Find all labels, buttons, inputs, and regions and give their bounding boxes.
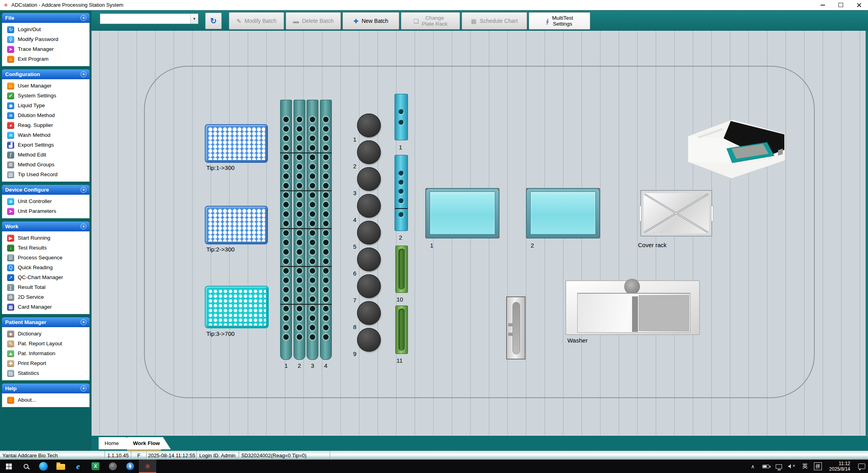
delete-batch-button[interactable]: ▬Delete Batch (286, 12, 341, 30)
sidebar-item-result-total[interactable]: ∑Result Total (2, 282, 89, 292)
strip-rack-2[interactable] (395, 155, 408, 231)
round-position-9[interactable] (357, 328, 381, 352)
tray-chevron-icon[interactable] (746, 460, 760, 473)
section-header-work[interactable]: Work» (2, 222, 90, 231)
sidebar-item-test-results[interactable]: ↓Test Results (2, 243, 89, 253)
collapse-chevron-icon[interactable]: » (80, 223, 86, 229)
notification-center-icon[interactable] (855, 460, 868, 473)
dropdown-arrow-icon[interactable] (190, 14, 198, 24)
taskbar-clock[interactable]: 11:12 2025/8/14 (825, 461, 855, 472)
excel-icon[interactable] (87, 460, 104, 473)
round-position-8[interactable] (357, 301, 381, 325)
round-position-6[interactable] (357, 248, 381, 271)
sidebar-item-pat-information[interactable]: ▲Pat. Information (2, 348, 89, 358)
sidebar-item-user-manager[interactable]: ☺User Manager (2, 81, 89, 91)
close-button[interactable] (850, 0, 868, 10)
sidebar-item-quick-reading[interactable]: QQuick Reading (2, 263, 89, 272)
folder-icon[interactable] (52, 460, 69, 473)
rack-column-2[interactable] (294, 100, 305, 360)
round-position-5[interactable] (357, 221, 381, 244)
sidebar-item-pat-report-layout[interactable]: ✎Pat. Report Layout (2, 339, 89, 348)
edge-icon[interactable] (35, 460, 52, 473)
search-icon[interactable] (17, 460, 35, 473)
ime-language-indicator[interactable]: 英 (799, 460, 812, 473)
sidebar-item-system-settings[interactable]: ✔System Settings (2, 91, 89, 101)
round-position-1[interactable] (357, 114, 381, 137)
refresh-button[interactable] (205, 13, 222, 29)
plate-position-2[interactable] (526, 188, 600, 238)
tab-label: Home (105, 440, 119, 446)
sidebar-item-liquid-type[interactable]: ◉Liquid Type (2, 101, 89, 110)
section-header-device-configure[interactable]: Device Configure» (2, 185, 90, 195)
collapse-chevron-icon[interactable]: » (80, 15, 86, 21)
sidebar-item-export-settings[interactable]: ▟Export Settings (2, 140, 89, 150)
ie-icon[interactable] (69, 460, 87, 473)
rack-column-4[interactable] (320, 100, 332, 360)
section-header-patient-manager[interactable]: Patient Manager» (2, 317, 90, 327)
strip-rack-1[interactable] (395, 94, 408, 140)
sidebar-item-method-edit[interactable]: ƒMethod Edit (2, 150, 89, 160)
sample-column-rack[interactable]: 1234 (280, 100, 332, 360)
round-position-3[interactable] (357, 167, 381, 191)
sidebar-item-dictionary[interactable]: ◈Dictionary (2, 329, 89, 339)
tip-rack-3[interactable] (205, 286, 269, 328)
batch-combobox[interactable] (100, 13, 198, 24)
collapse-chevron-icon[interactable]: » (80, 187, 86, 193)
sidebar-item-dilution-method[interactable]: ≋Dilution Method (2, 110, 89, 120)
sidebar-item-unit-parameters[interactable]: ➤Unit Parameters (2, 206, 89, 216)
minimize-button[interactable] (814, 0, 832, 10)
speaker-muted-icon[interactable] (786, 460, 799, 473)
sidebar-item-card-manager[interactable]: ▦Card Manager (2, 302, 89, 312)
sidebar-item-modify-password[interactable]: ⚲Modify Password (2, 34, 89, 44)
collapse-chevron-icon[interactable]: » (80, 385, 86, 391)
round-position-4[interactable] (357, 194, 381, 218)
schedule-chart-button[interactable]: ▦Schedule Chart (462, 12, 527, 30)
sidebar-item-method-groups[interactable]: ⚙Method Groups (2, 160, 89, 169)
round-position-7[interactable] (357, 274, 381, 298)
strip-rack-10[interactable] (395, 246, 408, 293)
strip-rack-11[interactable] (395, 305, 408, 354)
sidebar-item-statistics[interactable]: ▤Statistics (2, 368, 89, 378)
ime-pinyin-indicator[interactable]: 拼 (812, 460, 825, 473)
sidebar-item-unit-controller[interactable]: ⊕Unit Controller (2, 196, 89, 206)
sidebar-item-start-running[interactable]: ▶Start Running (2, 233, 89, 243)
washer-device[interactable] (565, 280, 700, 335)
multitest-settings-button[interactable]: ∮MultiTestSettings (529, 12, 590, 30)
change-plate-rack-button[interactable]: ❏ChangePlate Rack (401, 12, 460, 30)
rack-column-1[interactable] (280, 100, 292, 360)
new-batch-button[interactable]: ✚New Batch (342, 12, 399, 30)
section-header-file[interactable]: File» (2, 13, 90, 23)
cover-rack[interactable] (640, 190, 712, 236)
sidebar-item-trace-manager[interactable]: ➤Trace Manager (2, 44, 89, 54)
collapse-chevron-icon[interactable]: » (80, 71, 86, 77)
tip-rack-1[interactable] (205, 124, 268, 163)
sidebar-item-exit-program[interactable]: ⌂Exit Program (2, 54, 89, 64)
sidebar-item-qc-chart-manager[interactable]: ↗QC-Chart Manager (2, 272, 89, 282)
sidebar-item-tip-used-record[interactable]: ▤Tip Used Record (2, 169, 89, 179)
sidebar-item-wash-method[interactable]: ≋Wash Method (2, 130, 89, 140)
maximize-button[interactable] (832, 0, 850, 10)
section-header-help[interactable]: Help» (2, 384, 90, 393)
sidebar-item-about[interactable]: ⌂About... (2, 395, 89, 405)
sidebar-item-process-sequence[interactable]: ☰Process Sequence (2, 253, 89, 263)
compass-icon[interactable] (122, 460, 139, 473)
tab-work-flow[interactable]: Work Flow (127, 437, 171, 449)
plate-reader-device[interactable] (686, 112, 788, 179)
section-header-configuration[interactable]: Configuration» (2, 69, 90, 79)
rack-column-3[interactable] (307, 100, 318, 360)
sidebar-item-print-report[interactable]: ✚Print Report (2, 358, 89, 368)
collapse-chevron-icon[interactable]: » (80, 319, 86, 325)
single-channel-device[interactable] (506, 296, 526, 359)
adcstation-icon[interactable] (139, 460, 156, 473)
battery-icon[interactable] (760, 460, 773, 473)
record-icon[interactable] (104, 460, 122, 473)
plate-position-1[interactable] (425, 188, 499, 238)
sidebar-item-2d-service[interactable]: ⚙2D Service (2, 292, 89, 302)
modify-batch-button[interactable]: ✎Modify Batch (229, 12, 284, 30)
sidebar-item-login-out[interactable]: ↻Login/Out (2, 24, 89, 34)
round-position-2[interactable] (357, 140, 381, 164)
windows-start-icon[interactable] (0, 460, 17, 473)
tip-rack-2[interactable] (205, 206, 268, 244)
network-icon[interactable] (773, 460, 786, 473)
sidebar-item-reag-supplier[interactable]: ◕Reag. Supplier (2, 120, 89, 130)
